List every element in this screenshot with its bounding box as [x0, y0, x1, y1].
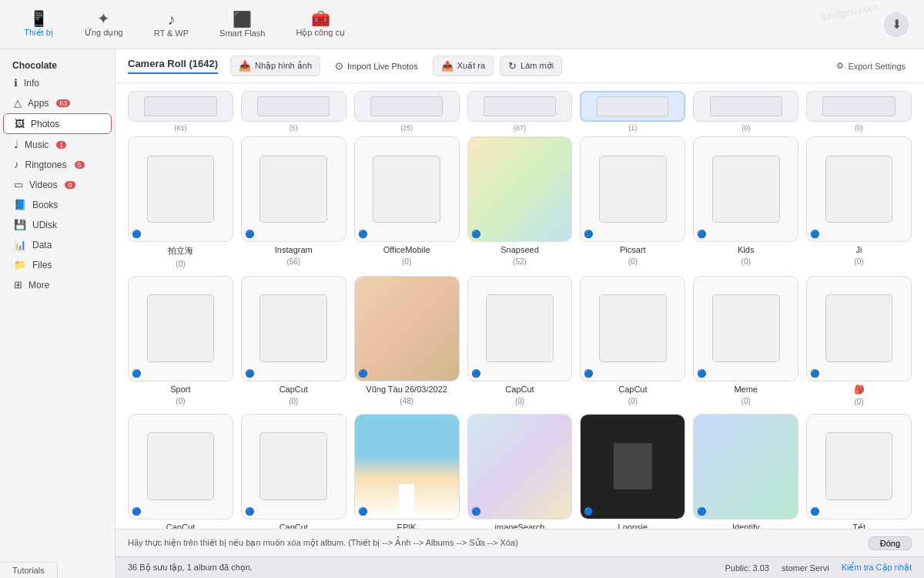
top-row: (61) (5) (25) (67) (1) (0) (0)	[128, 91, 912, 132]
export-settings-button[interactable]: ⚙ Export Settings	[830, 58, 912, 74]
album-thumb-2-4: 🔵	[580, 414, 685, 519]
action-import-live[interactable]: ⊙Import Live Photos	[326, 55, 427, 76]
album-pin-2-5: 🔵	[697, 507, 706, 516]
top-row-item-3[interactable]: (67)	[467, 91, 573, 132]
top-row-item-6[interactable]: (0)	[806, 91, 912, 132]
album-name-1-2: Vũng Tàu 26/03/2022	[366, 385, 447, 394]
album-item-1-0[interactable]: 🔵 Sport (0)	[128, 276, 233, 406]
album-thumb-2-5: 🔵	[693, 414, 798, 519]
udisk-label: UDisk	[32, 220, 57, 230]
toolbar-item-toolbox[interactable]: 🧰Hộp công cụ	[288, 8, 353, 41]
album-item-2-5[interactable]: 🔵 Identify (1)	[693, 414, 798, 529]
top-count-0: (61)	[174, 124, 186, 132]
album-name-2-4: Loopsie	[618, 523, 648, 529]
status-update[interactable]: Kiểm tra Cập nhật	[842, 563, 912, 573]
album-thumb-2-2: 🔵	[354, 414, 460, 519]
top-thumb-0	[128, 91, 233, 122]
album-item-2-1[interactable]: 🔵 CapCut (0)	[241, 414, 346, 529]
album-count-1-5: (0)	[742, 397, 751, 405]
album-item-0-6[interactable]: 🔵 Ji (0)	[806, 136, 912, 268]
top-row-item-2[interactable]: (25)	[354, 91, 460, 132]
grid-container[interactable]: (61) (5) (25) (67) (1) (0) (0)	[116, 83, 924, 529]
album-item-0-5[interactable]: 🔵 Kids (0)	[693, 136, 798, 268]
action-import[interactable]: 📥Nhập hình ảnh	[230, 55, 320, 76]
album-pin-1-2: 🔵	[358, 369, 367, 378]
sidebar-item-photos[interactable]: 🖼Photos	[3, 113, 112, 134]
music-icon: ♩	[14, 139, 18, 150]
status-right: Public: 3.03 stomer Servi Kiểm tra Cập n…	[725, 563, 912, 573]
status-customer: stomer Servi	[782, 563, 829, 573]
badge-music: 1	[56, 141, 66, 149]
tutorials-button[interactable]: Tutorials	[0, 562, 58, 578]
album-pin-1-4: 🔵	[584, 369, 593, 378]
top-thumb-1	[241, 91, 346, 122]
album-item-0-3[interactable]: 🔵 Snapseed (52)	[467, 136, 573, 268]
top-row-item-4[interactable]: (1)	[580, 91, 685, 132]
data-icon: 📊	[14, 239, 26, 250]
videos-label: Videos	[29, 180, 57, 190]
album-item-2-4[interactable]: 🔵 Loopsie (6)	[580, 414, 685, 529]
album-item-0-1[interactable]: 🔵 Instagram (56)	[241, 136, 346, 268]
album-item-1-3[interactable]: 🔵 CapCut (0)	[467, 276, 573, 406]
album-item-0-0[interactable]: 🔵 拍立海 (0)	[128, 136, 233, 268]
status-left: 36 Bộ sưu tập, 1 album đã chọn.	[128, 563, 253, 573]
content-header: Camera Roll (1642) 📥Nhập hình ảnh⊙Import…	[116, 49, 924, 83]
album-item-1-6[interactable]: 🔵 🎒 (0)	[806, 276, 912, 406]
album-item-1-1[interactable]: 🔵 CapCut (0)	[241, 276, 346, 406]
album-item-1-2[interactable]: 🔵 Vũng Tàu 26/03/2022 (48)	[354, 276, 460, 406]
album-thumb-2-0: 🔵	[128, 414, 233, 519]
album-count-0-5: (0)	[742, 257, 751, 266]
sidebar-item-ringtones[interactable]: ♪Ringtones5	[3, 155, 112, 174]
photos-label: Photos	[31, 119, 59, 129]
album-item-2-2[interactable]: 🔵 EPIK (11)	[354, 414, 460, 529]
close-button[interactable]: Đóng	[869, 536, 912, 550]
album-count-1-4: (0)	[628, 397, 638, 405]
album-item-1-5[interactable]: 🔵 Meme (0)	[693, 276, 798, 406]
album-item-1-4[interactable]: 🔵 CapCut (0)	[580, 276, 685, 406]
sidebar-item-info[interactable]: ℹInfo	[3, 73, 112, 92]
badge-ringtones: 5	[75, 161, 85, 169]
album-item-0-4[interactable]: 🔵 Picsart (0)	[580, 136, 685, 268]
album-name-2-3: imageSearch	[495, 523, 545, 529]
export-settings-label: Export Settings	[848, 62, 906, 71]
album-thumb-2-3: 🔵	[467, 414, 573, 519]
rtwp-icon: ♪	[167, 12, 175, 27]
sidebar-item-videos[interactable]: ▭Videos0	[3, 175, 112, 194]
album-name-1-5: Meme	[734, 385, 758, 394]
sidebar-item-files[interactable]: 📁Files	[3, 255, 112, 274]
album-thumb-1-0: 🔵	[128, 276, 233, 381]
album-name-2-0: CapCut	[166, 523, 195, 529]
album-count-1-6: (0)	[854, 398, 863, 406]
action-export[interactable]: 📤Xuất ra	[433, 55, 494, 76]
toolbar-item-app[interactable]: ✦Ứng dụng	[77, 8, 131, 41]
album-item-2-0[interactable]: 🔵 CapCut (0)	[128, 414, 233, 529]
toolbar-item-smartflash[interactable]: ⬛Smart Flash	[212, 8, 273, 41]
sidebar-item-music[interactable]: ♩Music1	[3, 135, 112, 154]
action-refresh[interactable]: ↻Làm mới	[500, 55, 562, 76]
album-name-1-0: Sport	[170, 385, 190, 394]
top-row-item-1[interactable]: (5)	[241, 91, 346, 132]
bottom-message: Hãy thực hiện trên thiết bị nếu bạn muốn…	[128, 538, 518, 548]
sidebar-item-apps[interactable]: △Apps63	[3, 93, 112, 113]
top-count-5: (0)	[742, 124, 750, 132]
album-item-0-2[interactable]: 🔵 OfficeMobile (0)	[354, 136, 460, 268]
top-row-item-5[interactable]: (0)	[693, 91, 798, 132]
sidebar-item-data[interactable]: 📊Data	[3, 235, 112, 254]
sidebar-item-more[interactable]: ⊞More	[3, 275, 112, 294]
udisk-icon: 💾	[14, 219, 26, 230]
toolbar-item-device[interactable]: 📱Thiết bị	[15, 8, 62, 41]
toolbar-item-rtwp[interactable]: ♪RT & WP	[146, 8, 196, 41]
download-button[interactable]: ⬇	[884, 12, 909, 37]
album-pin-1-6: 🔵	[810, 369, 819, 378]
sidebar-item-books[interactable]: 📘Books	[3, 195, 112, 214]
album-thumb-1-4: 🔵	[580, 276, 685, 381]
album-item-2-6[interactable]: 🔵 Tết (0)	[806, 414, 912, 529]
top-count-4: (1)	[628, 124, 637, 132]
album-thumb-2-1: 🔵	[241, 414, 346, 519]
album-name-2-1: CapCut	[280, 523, 308, 529]
top-row-item-0[interactable]: (61)	[128, 91, 233, 132]
album-item-2-3[interactable]: 🔵 imageSearch (0)	[467, 414, 573, 529]
sidebar-item-udisk[interactable]: 💾UDisk	[3, 215, 112, 234]
top-count-3: (67)	[514, 124, 526, 132]
refresh-icon: ↻	[508, 60, 517, 72]
